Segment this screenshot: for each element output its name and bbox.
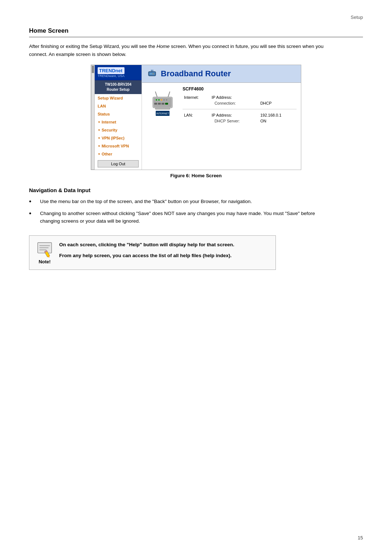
page-header: Setup: [29, 15, 363, 20]
broadband-title: Broadband Router: [161, 69, 231, 78]
svg-line-19: [168, 92, 170, 97]
lan-dhcp-value: ON: [259, 118, 297, 124]
router-sidebar: TRENDnet TRENDware, USA TW100-BRV204 Rou…: [95, 65, 142, 170]
svg-rect-16: [162, 103, 164, 105]
lan-ip-label: IP Address:: [210, 112, 259, 118]
router-main-content: Broadband Router: [142, 65, 301, 170]
nav-other[interactable]: Other: [95, 150, 142, 158]
router-small-icon: [147, 69, 157, 79]
note-line2: From any help screen, you can access the…: [59, 252, 234, 260]
router-brand-header: TRENDnet TRENDware, USA: [95, 65, 142, 80]
lan-dhcp-label: DHCP Server:: [210, 118, 259, 124]
bullet-text-2: Changing to another screen without click…: [40, 210, 327, 225]
intro-italic: Home: [156, 44, 170, 49]
home-screen-title: Home Screen: [29, 27, 363, 37]
svg-rect-6: [152, 70, 153, 72]
svg-point-2: [150, 73, 151, 74]
page-number: 15: [358, 535, 363, 540]
router-model-line2: Router Setup: [96, 87, 140, 92]
svg-rect-17: [165, 103, 168, 105]
note-icon-area: Note!: [36, 241, 53, 264]
router-model-line1: TW100-BRV204: [96, 82, 140, 87]
internet-connection-value: DHCP: [259, 100, 297, 106]
intro-paragraph: After finishing or exiting the Setup Wiz…: [29, 42, 327, 58]
lan-ip-value: 192.168.0.1: [259, 112, 297, 118]
internet-connection-label: Connection:: [210, 100, 259, 106]
scroll-thumb[interactable]: [92, 66, 94, 73]
nav-microsoft-vpn[interactable]: Microsoft VPN: [95, 142, 142, 150]
note-line1: On each screen, clicking the "Help" butt…: [59, 241, 234, 249]
router-image-area: INTERNET: [146, 86, 179, 124]
svg-point-9: [156, 99, 157, 101]
nav-security[interactable]: Security: [95, 126, 142, 134]
nav-vpn[interactable]: VPN (IPSec): [95, 134, 142, 142]
figure-caption: Figure 6: Home Screen: [29, 173, 363, 178]
svg-point-12: [163, 99, 165, 101]
device-model-label: SCFF4600: [183, 86, 297, 92]
scrollbar[interactable]: [91, 65, 95, 170]
svg-point-3: [151, 73, 152, 74]
svg-rect-5: [151, 70, 152, 72]
note-pencil-icon: [36, 241, 53, 258]
svg-rect-20: [155, 108, 170, 109]
note-box: Note! On each screen, clicking the "Help…: [29, 235, 276, 270]
router-info: SCFF4600 Internet: IP Address: Connectio…: [183, 86, 297, 124]
router-info-table: Internet: IP Address: Connection: DHCP L…: [183, 94, 297, 124]
svg-point-11: [161, 99, 162, 101]
nav-status[interactable]: Status: [95, 110, 142, 118]
bullet-item-2: Changing to another screen without click…: [29, 210, 327, 225]
svg-point-13: [166, 99, 167, 101]
bullet-item-1: Use the menu bar on the top of the scree…: [29, 198, 327, 206]
internet-label: Internet:: [183, 94, 210, 100]
nav-section-title: Navigation & Data Input: [29, 187, 363, 193]
router-top-header: Broadband Router: [142, 65, 301, 83]
router-model-box: TW100-BRV204 Router Setup: [95, 80, 142, 94]
svg-point-10: [158, 99, 160, 101]
logout-button[interactable]: Log Out: [98, 160, 139, 167]
nav-bullet-list: Use the menu bar on the top of the scree…: [29, 198, 363, 225]
internet-ip-value: [259, 94, 297, 100]
page-header-label: Setup: [351, 15, 363, 20]
router-image: INTERNET: [150, 90, 175, 121]
router-ui-mockup: TRENDnet TRENDware, USA TW100-BRV204 Rou…: [91, 65, 301, 170]
svg-rect-8: [154, 98, 172, 107]
trendnet-logo: TRENDnet: [98, 67, 124, 74]
bullet-text-1: Use the menu bar on the top of the scree…: [40, 198, 252, 206]
router-status-content: INTERNET SCFF4600 Internet: IP Address: …: [142, 83, 301, 127]
nav-internet[interactable]: Internet: [95, 118, 142, 126]
svg-rect-14: [154, 103, 157, 105]
svg-text:INTERNET: INTERNET: [156, 112, 170, 115]
svg-point-4: [153, 73, 154, 74]
intro-text-before: After finishing or exiting the Setup Wiz…: [29, 44, 156, 49]
note-text-area: On each screen, clicking the "Help" butt…: [59, 241, 234, 259]
nav-lan[interactable]: LAN: [95, 102, 142, 110]
trendnet-sub: TRENDware, USA: [98, 74, 124, 78]
lan-label: LAN:: [183, 112, 210, 118]
svg-rect-15: [158, 103, 161, 105]
svg-line-18: [155, 92, 157, 97]
note-label: Note!: [38, 259, 50, 264]
nav-setup-wizard[interactable]: Setup Wizard: [95, 94, 142, 102]
internet-ip-label: IP Address:: [210, 94, 259, 100]
